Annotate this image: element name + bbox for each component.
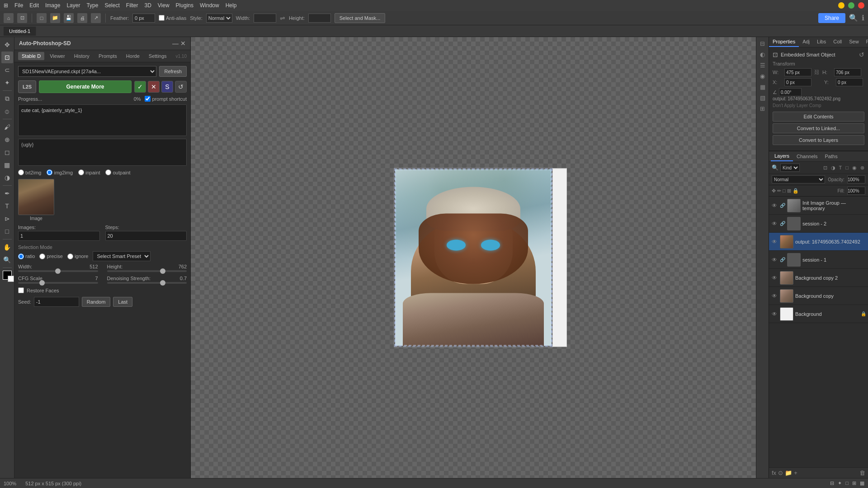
minimize-button[interactable] [838,2,844,9]
denoising-slider-thumb[interactable] [160,280,165,286]
layer-item-bgcopy2[interactable]: 👁 Background copy 2 [769,269,868,287]
radio-outpaint[interactable]: outpaint [105,169,130,175]
radio-txt2img[interactable]: txt2img [18,169,41,175]
edit-contents-button[interactable]: Edit Contents [773,112,864,122]
cfg-slider-track[interactable] [18,282,98,284]
plugin-close-button[interactable]: ✕ [180,40,186,47]
feather-input[interactable] [132,14,155,23]
layer-item-output[interactable]: 👁 output: 1674950635.7402492 [769,233,868,251]
brush-tool-icon[interactable]: 🖌 [1,121,13,133]
height-input[interactable] [308,14,331,23]
denoising-slider-track[interactable] [107,282,187,284]
magic-wand-icon[interactable]: ✦ [1,77,13,89]
add-mask-icon[interactable]: ⊙ [778,469,783,476]
share-button[interactable]: Share [818,13,845,23]
restore-faces-checkbox[interactable] [18,287,24,293]
tab-prompts[interactable]: Prompts [95,52,121,60]
h-input[interactable] [834,68,861,76]
radio-inpaint[interactable]: inpaint [78,169,100,175]
menu-view[interactable]: View [158,2,170,9]
tab-adj[interactable]: Adj [799,37,813,47]
open-icon[interactable]: 📁 [50,13,60,23]
tab-untitled[interactable]: Untitled-1 [4,27,36,36]
steps-input[interactable] [105,231,187,241]
menu-image[interactable]: Image [45,2,60,9]
crop-tool-icon[interactable]: ⧉ [1,93,13,104]
menu-help[interactable]: Help [226,2,237,9]
delete-layer-icon[interactable]: 🗑 [859,469,865,476]
properties-icon[interactable]: ⊟ [759,39,766,48]
selection-tool-2-icon[interactable]: ⊡ [1,52,13,63]
lock-pixel-icon[interactable]: □ [783,188,786,194]
add-style-icon[interactable]: fx [772,469,776,476]
pixel-filter-icon[interactable]: ⊡ [822,164,828,172]
menu-edit[interactable]: Edit [29,2,39,9]
libraries-icon[interactable]: ☰ [759,61,767,70]
new-group-icon[interactable]: 📁 [785,469,792,476]
new-doc-icon[interactable]: □ [37,13,47,23]
layer-vis-init[interactable]: 👁 [771,202,778,209]
angle-input[interactable] [779,88,802,96]
layer-item-session2[interactable]: 👁 🔗 session - 2 [769,215,868,233]
menu-select[interactable]: Select [104,2,119,9]
lock-draw-icon[interactable]: ✏ [777,188,781,194]
menu-plugins[interactable]: Plugins [176,2,193,9]
radio-ratio[interactable]: ratio [18,253,35,259]
height-slider-track[interactable] [107,270,187,272]
search-icon[interactable]: 🔍 [849,14,858,22]
menu-layer[interactable]: Layer [66,2,80,9]
stamp-tool-icon[interactable]: ⊕ [1,134,13,145]
tab-horde[interactable]: Horde [123,52,143,60]
kind-select[interactable]: Kind [780,164,800,172]
anti-alias-checkbox[interactable] [159,15,165,21]
last-button[interactable]: Last [113,297,132,307]
selection-tool-icon[interactable]: ⊡ [17,13,27,23]
opacity-input[interactable] [847,175,865,183]
plugin-minimize-button[interactable]: — [172,40,179,47]
dodge-tool-icon[interactable]: ◑ [1,172,13,183]
menu-3d[interactable]: 3D [144,2,151,9]
save-icon[interactable]: 💾 [64,13,74,23]
color-icon[interactable]: ◉ [759,71,766,81]
layer-vis-bgcopy2[interactable]: 👁 [771,275,778,281]
s-icon-button[interactable]: S [161,81,173,93]
seed-input[interactable] [34,297,79,307]
layer-item-bgcopy[interactable]: 👁 Background copy [769,287,868,305]
lock-artboard-icon[interactable]: ⊞ [787,188,791,194]
eyedropper-icon[interactable]: ⦶ [1,105,13,117]
home-icon[interactable]: ⌂ [4,13,14,23]
search-layers-icon[interactable]: 🔍 [772,164,778,171]
layer-vis-session2[interactable]: 👁 [771,221,778,227]
menu-filter[interactable]: Filter [126,2,138,9]
smart-preset-select[interactable]: Select Smart Preset [93,251,151,261]
layer-item-init-group[interactable]: 👁 🔗 Init Image Group — temporary [769,197,868,215]
layer-vis-session1[interactable]: 👁 [771,257,778,263]
refresh-button[interactable]: Refresh [159,66,187,77]
blend-mode-select[interactable]: Normal [772,175,825,183]
main-artwork[interactable] [394,169,552,347]
prompt-shortcut-label[interactable]: prompt shortcut [145,96,187,102]
shape-filter-icon[interactable]: □ [844,164,849,172]
adjustments-icon[interactable]: ◐ [759,50,766,59]
x-input[interactable] [784,78,811,86]
tab-settings[interactable]: Settings [145,52,170,60]
random-button[interactable]: Random [82,297,111,307]
lock-pos-icon[interactable]: ✥ [772,188,776,194]
prompt-shortcut-checkbox[interactable] [145,96,151,102]
eraser-tool-icon[interactable]: ◻ [1,146,13,158]
tab-paths[interactable]: Paths [821,152,841,161]
share-icon[interactable]: ↗ [91,13,101,23]
convert-layers-button[interactable]: Convert to Layers [773,135,864,145]
shape-tool-icon[interactable]: □ [1,225,13,237]
move-tool-icon[interactable]: ✥ [1,39,13,51]
tab-viewer[interactable]: Viewer [46,52,68,60]
x-icon-button[interactable]: ✕ [148,81,160,93]
select-mask-button[interactable]: Select and Mask... [335,13,386,23]
tab-path[interactable]: Path [863,37,868,47]
radio-ignore[interactable]: ignore [67,253,89,259]
menu-type[interactable]: Type [86,2,98,9]
check-icon-button[interactable]: ✓ [134,81,146,93]
refresh-icon-button[interactable]: ↺ [175,81,187,93]
pen-tool-icon[interactable]: ✒ [1,188,13,199]
layer-item-session1[interactable]: 👁 🔗 session - 1 [769,251,868,269]
